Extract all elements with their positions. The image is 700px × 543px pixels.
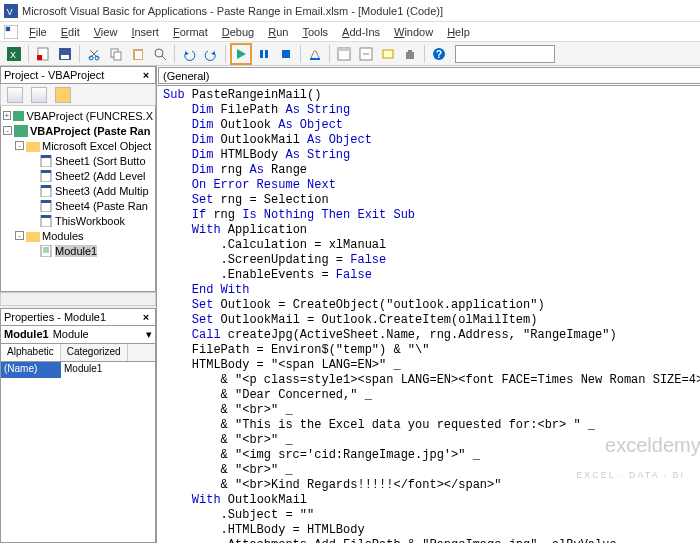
design-mode-icon[interactable] (305, 44, 325, 64)
svg-rect-15 (135, 51, 142, 59)
tree-sheet[interactable]: Sheet3 (Add Multip (3, 183, 153, 198)
line-col-combo[interactable] (455, 45, 555, 63)
svg-text:X: X (10, 50, 16, 60)
svg-rect-18 (265, 50, 268, 58)
prop-obj-name: Module1 (4, 328, 49, 340)
property-tabs: Alphabetic Categorized (0, 344, 156, 362)
svg-rect-13 (114, 52, 121, 60)
tree-folder-excel-objects[interactable]: -Microsoft Excel Object (3, 138, 153, 153)
save-icon[interactable] (55, 44, 75, 64)
tab-alphabetic[interactable]: Alphabetic (1, 344, 61, 361)
code-editor[interactable]: Sub PasteRangeinMail() Dim FilePath As S… (157, 86, 700, 543)
menu-insert[interactable]: Insert (124, 24, 166, 40)
tab-categorized[interactable]: Categorized (61, 344, 128, 361)
copy-icon[interactable] (106, 44, 126, 64)
toolbox-icon[interactable] (400, 44, 420, 64)
tree-sheet[interactable]: Sheet1 (Sort Butto (3, 153, 153, 168)
svg-rect-17 (260, 50, 263, 58)
project-tree[interactable]: +VBAProject (FUNCRES.X -VBAProject (Past… (0, 106, 156, 292)
project-close-icon[interactable]: × (139, 68, 153, 82)
menu-debug[interactable]: Debug (215, 24, 261, 40)
svg-rect-31 (41, 155, 51, 158)
project-panel-title: Project - VBAProject (4, 69, 104, 81)
properties-close-icon[interactable]: × (139, 310, 153, 324)
tree-project-main[interactable]: -VBAProject (Paste Ran (3, 123, 153, 138)
menu-run[interactable]: Run (261, 24, 295, 40)
menu-window[interactable]: Window (387, 24, 440, 40)
object-combo[interactable]: (General)▾ (158, 67, 700, 84)
help-icon[interactable]: ? (429, 44, 449, 64)
svg-rect-7 (37, 55, 42, 60)
code-pane: (General)▾ Pa Sub PasteRangeinMail() Dim… (157, 66, 700, 543)
tree-module1[interactable]: Module1 (3, 243, 153, 258)
prop-row-name[interactable]: (Name) Module1 (1, 362, 155, 378)
svg-rect-40 (26, 232, 40, 242)
view-code-icon[interactable] (7, 87, 23, 103)
svg-rect-35 (41, 185, 51, 188)
dropdown-icon[interactable]: ▾ (146, 328, 152, 341)
cut-icon[interactable] (84, 44, 104, 64)
menu-add-ins[interactable]: Add-Ins (335, 24, 387, 40)
code-text[interactable]: Sub PasteRangeinMail() Dim FilePath As S… (163, 88, 700, 543)
code-header: (General)▾ Pa (157, 66, 700, 86)
vba-app-icon: V (4, 4, 18, 18)
svg-rect-3 (6, 26, 10, 30)
project-toolbar (0, 84, 156, 106)
properties-window-icon[interactable] (356, 44, 376, 64)
property-grid[interactable]: (Name) Module1 (0, 362, 156, 544)
view-object-icon[interactable] (31, 87, 47, 103)
tree-sheet[interactable]: ThisWorkbook (3, 213, 153, 228)
menu-edit[interactable]: Edit (54, 24, 87, 40)
svg-rect-39 (41, 215, 51, 218)
window-title: Microsoft Visual Basic for Applications … (22, 5, 443, 17)
insert-module-icon[interactable] (33, 44, 53, 64)
svg-rect-37 (41, 200, 51, 203)
svg-rect-9 (61, 55, 69, 59)
menu-file[interactable]: File (22, 24, 54, 40)
undo-icon[interactable] (179, 44, 199, 64)
view-excel-icon[interactable]: X (4, 44, 24, 64)
tree-scrollbar[interactable] (0, 292, 156, 306)
tree-sheet[interactable]: Sheet4 (Paste Ran (3, 198, 153, 213)
project-panel-header: Project - VBAProject × (0, 66, 156, 84)
menu-view[interactable]: View (87, 24, 125, 40)
svg-rect-33 (41, 170, 51, 173)
redo-icon[interactable] (201, 44, 221, 64)
properties-panel-header: Properties - Module1 × (0, 308, 156, 326)
menu-format[interactable]: Format (166, 24, 215, 40)
paste-icon[interactable] (128, 44, 148, 64)
svg-rect-19 (282, 50, 290, 58)
svg-text:?: ? (436, 49, 442, 60)
tree-folder-modules[interactable]: -Modules (3, 228, 153, 243)
project-explorer-icon[interactable] (334, 44, 354, 64)
svg-rect-20 (310, 58, 320, 60)
menu-tools[interactable]: Tools (295, 24, 335, 40)
run-icon[interactable] (230, 43, 252, 65)
prop-obj-type: Module (53, 328, 89, 340)
reset-icon[interactable] (276, 44, 296, 64)
excel-doc-icon[interactable] (4, 25, 18, 39)
title-bar: V Microsoft Visual Basic for Application… (0, 0, 700, 22)
svg-rect-27 (13, 111, 25, 121)
svg-rect-28 (14, 125, 28, 137)
prop-value[interactable]: Module1 (61, 362, 155, 378)
svg-point-16 (155, 49, 163, 57)
object-browser-icon[interactable] (378, 44, 398, 64)
toolbar: X ? (0, 42, 700, 66)
svg-rect-29 (26, 142, 40, 152)
object-combo-value: (General) (163, 70, 209, 82)
svg-text:V: V (7, 6, 13, 16)
prop-key: (Name) (1, 362, 61, 378)
menu-bar: FileEditViewInsertFormatDebugRunToolsAdd… (0, 22, 700, 42)
tree-project-funcres[interactable]: +VBAProject (FUNCRES.X (3, 108, 153, 123)
svg-rect-41 (41, 245, 51, 257)
left-pane: Project - VBAProject × +VBAProject (FUNC… (0, 66, 157, 543)
tree-sheet[interactable]: Sheet2 (Add Level (3, 168, 153, 183)
svg-rect-24 (383, 50, 393, 58)
properties-panel-title: Properties - Module1 (4, 311, 106, 323)
menu-help[interactable]: Help (440, 24, 477, 40)
find-icon[interactable] (150, 44, 170, 64)
break-icon[interactable] (254, 44, 274, 64)
toggle-folders-icon[interactable] (55, 87, 71, 103)
properties-object-selector[interactable]: Module1 Module ▾ (0, 326, 156, 344)
